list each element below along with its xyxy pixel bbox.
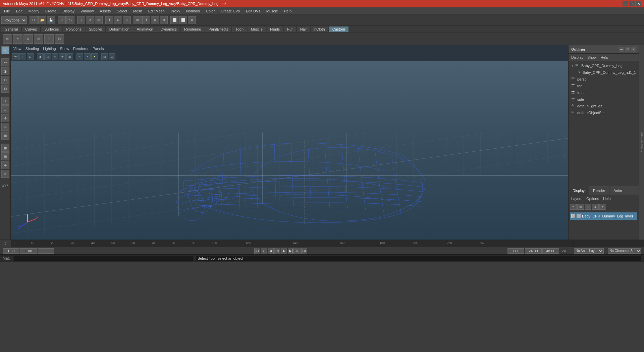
layer-content[interactable]: ✓ Baby_CPR_Dummy_Leg_layer — [569, 211, 639, 240]
paint-tool[interactable]: ✏ — [1, 58, 9, 66]
square-tool[interactable]: □ — [1, 105, 9, 113]
menu-create[interactable]: Create — [43, 8, 59, 14]
shelf-tab-polygons[interactable]: Polygons — [63, 27, 85, 32]
menu-proxy[interactable]: Proxy — [168, 8, 183, 14]
shelf-tab-curves[interactable]: Curves — [22, 27, 41, 32]
shelf-tab-general[interactable]: General — [1, 27, 21, 32]
vp-shading-btn[interactable]: ◑ — [37, 53, 44, 60]
vp-camera-btn[interactable]: 📷 — [12, 53, 19, 60]
shelf-icon-6[interactable]: ⊠ — [55, 34, 64, 44]
shelf-tab-muscle[interactable]: Muscle — [248, 27, 266, 32]
ipr-render-button[interactable]: ⬜ — [179, 16, 187, 24]
vp-res-btn[interactable]: • — [76, 53, 83, 60]
bridge-tool[interactable]: ⊡ — [1, 85, 9, 93]
outliner-item-nd1[interactable]: ↳ Baby_CPR_Dummy_Leg_nd1_1 — [569, 69, 639, 76]
snap-surface-button[interactable]: ⊚ — [160, 16, 168, 24]
minimize-button[interactable]: — — [623, 1, 628, 6]
current-frame-field[interactable]: 1.00 — [3, 248, 19, 254]
stack-tool[interactable]: ▤ — [1, 152, 9, 160]
layer-up-btn[interactable]: ▲ — [592, 204, 599, 210]
shelf-tab-hair[interactable]: Hair — [297, 27, 311, 32]
total-end-field[interactable]: 48.00 — [542, 248, 559, 254]
rotate-tool-button[interactable]: ↻ — [114, 16, 122, 24]
shelf-icon-5[interactable]: ⊟ — [44, 34, 54, 44]
goto-start-btn[interactable]: ⏮ — [254, 248, 260, 254]
menu-display[interactable]: Display — [60, 8, 77, 14]
3d-viewport[interactable]: X Y Z — [11, 61, 568, 240]
command-input[interactable] — [13, 256, 193, 261]
open-file-button[interactable]: 📂 — [38, 16, 46, 24]
vp-res3-btn[interactable]: • — [91, 53, 98, 60]
outliner-content[interactable]: ▼ ⊞ Baby_CPR_Dummy_Leg ↳ Baby_CPR_Dummy_… — [569, 61, 639, 186]
menu-edit-mesh[interactable]: Edit Mesh — [146, 8, 167, 14]
layer-down-btn[interactable]: ▼ — [599, 204, 606, 210]
shelf-icon-1[interactable]: ⊚ — [3, 34, 12, 44]
delete-layer-btn[interactable]: ✕ — [585, 204, 591, 210]
menu-muscle[interactable]: Muscle — [264, 8, 281, 14]
layer-row[interactable]: ✓ Baby_CPR_Dummy_Leg_layer — [570, 212, 637, 220]
menu-create-uvs[interactable]: Create UVs — [218, 8, 243, 14]
outliner-close[interactable]: ✕ — [631, 47, 636, 52]
move-tool-left[interactable]: ✛ — [1, 114, 9, 122]
shelf-tab-ncloth[interactable]: nCloth — [311, 27, 329, 32]
move-tool-button[interactable]: ✛ — [105, 16, 113, 24]
vp-menu-view[interactable]: View — [13, 47, 21, 51]
menu-edit[interactable]: Edit — [13, 8, 25, 14]
layer-subtab-help[interactable]: Help — [603, 197, 611, 201]
timeline-numbers[interactable]: 1 10 20 30 40 50 60 70 80 90 100 120 140… — [11, 240, 574, 247]
attribute-editor-strip[interactable]: Attribute Editor — [639, 45, 644, 240]
menu-edit-uvs[interactable]: Edit UVs — [243, 8, 263, 14]
layer-tool[interactable]: ▦ — [1, 144, 9, 152]
shelf-icon-4[interactable]: ⊞ — [34, 34, 43, 44]
select-tool-button[interactable]: ⊹ — [77, 16, 85, 24]
frame-field[interactable]: 1 — [38, 248, 54, 254]
next-key-btn[interactable]: ⏵ — [294, 248, 301, 254]
play-back-btn[interactable]: ◁ — [274, 248, 280, 254]
outliner-item-side[interactable]: 📷 side — [569, 96, 639, 103]
layer-tab-display[interactable]: Display — [569, 186, 589, 195]
anim-layer-dropdown[interactable]: No Anim Layer — [574, 248, 604, 254]
save-button[interactable]: 💾 — [47, 16, 55, 24]
shelf-icon-2[interactable]: ✦ — [13, 34, 22, 44]
menu-window[interactable]: Window — [78, 8, 96, 14]
outliner-item-baby-cpr[interactable]: ▼ ⊞ Baby_CPR_Dummy_Leg — [569, 62, 639, 69]
new-file-button[interactable]: 🗋 — [30, 16, 38, 24]
layer-tab-render[interactable]: Render — [589, 186, 609, 195]
vp-menu-show[interactable]: Show — [60, 47, 69, 51]
outliner-maximize[interactable]: □ — [625, 47, 630, 52]
outliner-item-persp[interactable]: 📷 persp — [569, 76, 639, 83]
shelf-tab-rendering[interactable]: Rendering — [181, 27, 205, 32]
rotate-tool-left[interactable]: ↻ — [1, 123, 9, 131]
outliner-menu-show[interactable]: Show — [587, 55, 597, 59]
outliner-item-defaultobjectset[interactable]: ⊚ defaultObjectSet — [569, 109, 639, 116]
shelf-tab-surfaces[interactable]: Surfaces — [41, 27, 62, 32]
range-start-field[interactable]: 1.00 — [507, 248, 524, 254]
layer-subtab-layers[interactable]: Layers — [571, 197, 582, 201]
close-button[interactable]: ✕ — [636, 1, 641, 6]
vp-texture-btn[interactable]: ▦ — [66, 53, 73, 60]
char-set-dropdown[interactable]: No Character Set — [608, 248, 641, 254]
timeline-ruler[interactable]: ⏱ 1 10 20 30 40 50 60 70 80 90 100 120 1… — [0, 240, 644, 247]
shelf-tab-fur[interactable]: Fur — [284, 27, 297, 32]
outliner-item-defaultlightset[interactable]: ⊚ defaultLightSet — [569, 103, 639, 109]
undo-button[interactable]: ↩ — [58, 16, 66, 24]
vp-menu-renderer[interactable]: Renderer — [73, 47, 89, 51]
shelf-tab-dynamics[interactable]: Dynamics — [157, 27, 180, 32]
menu-select[interactable]: Select — [114, 8, 130, 14]
vp-grid-btn[interactable]: ⊞ — [27, 53, 34, 60]
vp-isolate-btn[interactable]: ⊡ — [101, 53, 108, 60]
create-layer-btn[interactable]: + — [570, 204, 577, 210]
snap-grid-button[interactable]: ⊞ — [133, 16, 142, 24]
render-current-button[interactable]: ⬜ — [170, 16, 178, 24]
camera-tool[interactable]: ⊕ — [1, 161, 9, 169]
vp-menu-shading[interactable]: Shading — [25, 47, 39, 51]
layer-subtab-options[interactable]: Options — [586, 197, 599, 201]
range-end-field[interactable]: 24.00 — [525, 248, 542, 254]
select-tool[interactable]: ↖ — [1, 46, 9, 54]
vp-xray-btn[interactable]: ⊙ — [109, 53, 115, 60]
scale-tool-button[interactable]: ⊞ — [123, 16, 131, 24]
shelf-tab-custom[interactable]: Custom — [329, 27, 349, 32]
fps-field[interactable]: 1.00 — [20, 248, 37, 254]
menu-color[interactable]: Color — [203, 8, 217, 14]
vp-film-btn[interactable]: ◻ — [19, 53, 26, 60]
